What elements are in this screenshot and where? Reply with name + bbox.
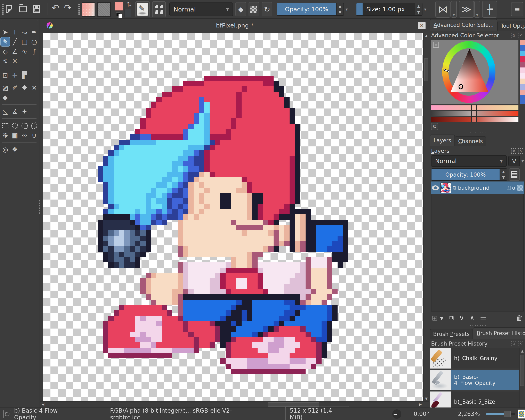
mirror-horizontal-options[interactable]: ▾ xyxy=(451,1,457,18)
layer-row-background[interactable]: ⧉ background ⚿ α xyxy=(431,181,524,194)
history-swatch-0[interactable] xyxy=(520,40,525,45)
layer-lock-icon[interactable]: ⚿ xyxy=(507,185,511,191)
background-color-swatch[interactable] xyxy=(124,9,131,17)
gradient-chooser-swatch[interactable] xyxy=(82,2,95,17)
layers-tab-0[interactable]: Layers xyxy=(430,135,455,146)
colorize-mask-tool[interactable]: ❋ xyxy=(20,83,29,93)
measure-tool[interactable]: ∡ xyxy=(10,107,20,116)
vertical-scrollbar[interactable]: ▲ ▼ xyxy=(423,33,429,401)
brush-history-item-1[interactable]: b)_Basic-4_Flow_Opacity xyxy=(430,370,519,390)
history-swatch-7[interactable] xyxy=(520,79,525,84)
layer-view-options-button[interactable] xyxy=(509,168,520,181)
toolbar-grip2[interactable] xyxy=(77,4,80,15)
horizontal-scrollbar[interactable]: ◀ ▶ xyxy=(40,401,429,407)
bezier-curve-tool[interactable]: ∿ xyxy=(20,47,29,56)
saturation-slider[interactable] xyxy=(431,111,518,116)
vertical-scroll-thumb[interactable] xyxy=(424,58,428,81)
similar-color-select-tool[interactable]: ❉ xyxy=(0,131,10,140)
mirror-horizontal-button[interactable]: ⋈ xyxy=(435,1,450,18)
close-layers-icon[interactable]: ✕ xyxy=(518,148,523,154)
rectangle-tool[interactable]: □ xyxy=(20,37,29,47)
mirror-vertical-button[interactable]: ≫ xyxy=(459,1,474,18)
polyline-tool[interactable]: ∠ xyxy=(10,47,20,56)
size-dropdown-arrow[interactable]: ▾ xyxy=(422,3,426,16)
history-swatch-2[interactable] xyxy=(520,51,525,56)
status-zoom-level[interactable]: 2,263% xyxy=(458,411,480,417)
brush-list-scrollbar[interactable]: ▲ ▼ xyxy=(519,348,525,412)
gradient-tool[interactable]: ▨ xyxy=(0,83,10,93)
edit-brush-settings-button[interactable]: ✎ xyxy=(135,1,150,17)
history-swatch-4[interactable] xyxy=(520,62,525,67)
ellipse-tool[interactable]: ○ xyxy=(29,37,39,47)
float-brush-icon[interactable]: ⧉ xyxy=(511,341,516,346)
canvas-only-mode-button[interactable] xyxy=(518,410,525,419)
freehand-path-tool[interactable]: ∫ xyxy=(29,47,39,56)
selection-indicator-icon[interactable] xyxy=(3,410,11,418)
select-shapes-tool[interactable]: ➤ xyxy=(0,27,10,37)
value-slider[interactable] xyxy=(431,117,518,122)
move-tool[interactable]: ✛ xyxy=(10,70,20,80)
toolbar-grip[interactable] xyxy=(2,4,5,15)
undo-button[interactable]: ↶ xyxy=(52,3,59,12)
advanced-color-selector[interactable]: ≣ xyxy=(431,40,518,104)
brush-tab-0[interactable]: Brush Presets xyxy=(430,329,473,339)
opacity-dropdown-arrow[interactable]: ▾ xyxy=(344,3,348,16)
line-tool[interactable]: ╱ xyxy=(10,37,20,47)
status-colorspace[interactable]: RGB/Alpha (8-bit integer/c... sRGB-elle-… xyxy=(110,407,257,420)
fill-tool[interactable]: ◆ xyxy=(0,93,10,102)
move-layer-up-button[interactable]: ∧ xyxy=(470,314,475,322)
layer-filter-button[interactable]: ∇ xyxy=(508,156,520,166)
multibrush-tool[interactable]: ✳ xyxy=(10,56,20,66)
inherit-alpha-icon[interactable] xyxy=(517,185,523,191)
elliptical-select-tool[interactable] xyxy=(10,121,20,131)
new-document-button[interactable] xyxy=(6,5,12,13)
scroll-right-arrow[interactable]: ▶ xyxy=(418,402,423,407)
save-document-button[interactable] xyxy=(33,5,40,13)
mirror-vertical-options[interactable]: ▾ xyxy=(474,1,480,18)
canvas-viewport[interactable] xyxy=(43,33,423,401)
history-swatch-10[interactable] xyxy=(520,95,525,104)
toolbox-handle[interactable] xyxy=(1,20,38,25)
selector-settings-icon[interactable]: ≣ xyxy=(433,42,439,47)
edit-shapes-tool[interactable]: ↝ xyxy=(20,27,29,37)
layer-name[interactable]: background xyxy=(458,185,505,191)
reset-colors-icon[interactable]: ↻ xyxy=(431,123,438,130)
freehand-select-tool[interactable] xyxy=(29,121,39,131)
close-brush-icon[interactable]: ✕ xyxy=(518,341,523,346)
delete-layer-button[interactable]: 🗑 xyxy=(516,314,523,322)
move-layer-down-button[interactable]: ∨ xyxy=(459,314,464,322)
layer-list-empty-area[interactable] xyxy=(431,194,524,311)
swap-colors-icon[interactable]: ⇅ xyxy=(127,1,132,8)
opacity-control[interactable]: Opacity: 100% ▲▼ ▾ xyxy=(277,3,348,16)
duplicate-layer-button[interactable]: ⧉ xyxy=(449,314,454,322)
history-swatch-5[interactable] xyxy=(520,67,525,73)
magnetic-select-tool[interactable]: ∪ xyxy=(29,131,39,140)
choose-brush-preset-button[interactable] xyxy=(152,1,166,17)
close-docker-icon[interactable]: ✕ xyxy=(518,33,523,38)
size-spinner[interactable]: ▲▼ xyxy=(415,3,422,16)
pixel-art-sprite[interactable] xyxy=(92,76,375,380)
crop-tool[interactable]: ▛ xyxy=(20,70,29,80)
text-tool[interactable]: T xyxy=(10,27,20,37)
hue-slider[interactable] xyxy=(431,105,518,110)
open-document-button[interactable] xyxy=(19,6,27,12)
calligraphy-tool[interactable]: ✒ xyxy=(29,27,39,37)
choose-workspace-button[interactable]: ≡ xyxy=(511,2,523,16)
pattern-chooser-swatch[interactable] xyxy=(97,2,111,17)
reload-preset-button[interactable]: ↻ xyxy=(262,2,272,16)
layer-visibility-icon[interactable] xyxy=(432,185,439,190)
layer-alpha-icon[interactable]: α xyxy=(512,185,516,191)
transform-tool[interactable]: ⊡ xyxy=(0,70,10,80)
layers-tab-1[interactable]: Channels xyxy=(455,136,486,146)
assistants-tool[interactable]: ◺ xyxy=(0,107,10,116)
trim-to-image-button[interactable]: ┾ xyxy=(482,1,497,18)
polygonal-select-tool[interactable] xyxy=(20,121,29,131)
float-layers-icon[interactable]: ⧉ xyxy=(511,148,516,154)
brush-history-item-0[interactable]: h)_Chalk_Grainy xyxy=(430,348,519,369)
scroll-up-arrow[interactable]: ▲ xyxy=(424,33,429,38)
layer-blend-mode-dropdown[interactable]: Normal ▾ xyxy=(431,155,507,167)
preserve-alpha-button[interactable] xyxy=(249,2,259,16)
redo-button[interactable]: ↷ xyxy=(64,3,72,12)
eraser-mode-button[interactable]: ◆ xyxy=(235,2,246,16)
blending-mode-dropdown[interactable]: Normal ▾ xyxy=(169,2,233,16)
